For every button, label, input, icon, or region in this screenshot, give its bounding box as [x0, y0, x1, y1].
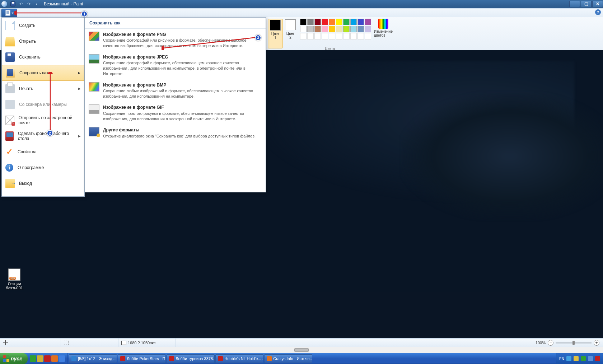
exit-icon [5, 179, 15, 188]
qat-save[interactable] [9, 1, 17, 7]
menu-exit[interactable]: Выход [2, 176, 84, 191]
taskbar-app-label: Hubble's NL Hold'e... ... [224, 356, 263, 361]
palette-color[interactable] [350, 26, 357, 32]
ql-icon[interactable] [59, 355, 65, 362]
menu-save[interactable]: Сохранить [2, 49, 84, 65]
menu-email[interactable]: Отправить по электронной почте [2, 112, 84, 128]
close-button[interactable]: ✕ [592, 1, 603, 7]
jpg-file-icon [8, 269, 20, 281]
palette-color[interactable] [365, 26, 371, 32]
cloud-shape [402, 93, 603, 219]
menu-item-label: Сделать фоном рабочего стола [18, 131, 74, 141]
annotation-badge-3: 3 [255, 34, 261, 41]
ql-icon[interactable] [51, 355, 58, 362]
menu-new[interactable]: Создать [2, 18, 84, 33]
palette-color[interactable] [307, 26, 314, 32]
desktop-file[interactable]: Лекции блять001 [5, 269, 24, 290]
palette-color[interactable] [322, 33, 328, 39]
palette-color[interactable] [314, 19, 321, 25]
tray-icon[interactable] [588, 356, 593, 361]
ql-icon[interactable] [30, 355, 36, 362]
menu-open[interactable]: Открыть [2, 33, 84, 49]
palette-color[interactable] [357, 33, 364, 39]
palette-color[interactable] [307, 33, 314, 39]
minimize-button[interactable]: ─ [569, 1, 580, 7]
palette-color[interactable] [350, 33, 357, 39]
color1-button[interactable]: Цвет 1 [268, 19, 283, 48]
saveas-gif[interactable]: Изображение в формате GIFСохранение прос… [85, 102, 266, 124]
tray-icon[interactable] [566, 356, 571, 361]
maximize-button[interactable]: ▢ [581, 1, 592, 7]
format-desc: Сохранение любых изображений в формате, … [103, 88, 262, 99]
menu-item-label: Свойства [18, 149, 37, 154]
saveas-bmp[interactable]: Изображение в формате BMPСохранение любы… [85, 79, 266, 102]
menu-scan[interactable]: Со сканера или камеры [2, 97, 84, 112]
qat-redo[interactable]: ↷ [25, 1, 32, 7]
ql-icon[interactable] [44, 355, 51, 362]
help-button[interactable]: ? [595, 9, 601, 15]
language-indicator[interactable]: EN [559, 357, 564, 361]
zoom-slider[interactable] [556, 342, 592, 344]
format-title: Другие форматы [103, 127, 256, 133]
palette-color[interactable] [300, 26, 307, 32]
qat-customize[interactable]: ▾ [33, 1, 40, 7]
palette-color[interactable] [357, 26, 364, 32]
taskbar-app-button[interactable]: Hubble's NL Hold'e... ... [215, 354, 263, 363]
palette-color[interactable] [365, 19, 371, 25]
palette-color[interactable] [322, 19, 328, 25]
horizontal-scrollbar[interactable] [0, 347, 603, 353]
submenu-arrow-icon: ▶ [78, 87, 81, 90]
format-desc: Сохранение простого рисунок в формате, о… [103, 111, 262, 122]
palette-color[interactable] [357, 19, 364, 25]
menu-wall[interactable]: Сделать фоном рабочего стола▶ [2, 128, 84, 144]
tray-icon[interactable] [581, 356, 586, 361]
file-menu-button[interactable] [1, 9, 17, 17]
colors-group: Цвет 1 Цвет 2 Изменение цветов Цвета [266, 17, 394, 50]
print-icon [5, 84, 15, 93]
menu-about[interactable]: iО программе [2, 160, 84, 176]
palette-color[interactable] [300, 33, 307, 39]
palette-color[interactable] [300, 19, 307, 25]
palette-color[interactable] [314, 26, 321, 32]
caret-down-icon [11, 13, 14, 14]
saveas-png[interactable]: Изображение в формате PNGСохранение фото… [85, 29, 266, 51]
menu-print[interactable]: Печать▶ [2, 81, 84, 97]
palette-color[interactable] [365, 33, 371, 39]
desktop-file-label: Лекции блять001 [6, 281, 23, 290]
zoom-in-button[interactable]: + [594, 340, 599, 346]
menu-props[interactable]: Свойства [2, 144, 84, 160]
palette-color[interactable] [343, 33, 350, 39]
taskbar-app-button[interactable]: [5/5] 1x12 - Эпизод ... [69, 354, 117, 363]
palette-color[interactable] [329, 26, 335, 32]
tray-icon[interactable] [595, 356, 600, 361]
save-icon [10, 1, 15, 6]
palette-color[interactable] [307, 19, 314, 25]
start-button[interactable]: пуск [0, 353, 28, 364]
ql-icon[interactable] [37, 355, 43, 362]
palette-color[interactable] [343, 19, 350, 25]
saveas-icon [6, 68, 15, 78]
edit-colors-button[interactable]: Изменение цветов [375, 19, 392, 48]
palette-color[interactable] [350, 19, 357, 25]
palette-color[interactable] [329, 19, 335, 25]
taskbar-app-label: [5/5] 1x12 - Эпизод ... [78, 356, 117, 361]
palette-color[interactable] [322, 26, 328, 32]
menu-saveas[interactable]: Сохранить как▶ [2, 65, 84, 81]
qat-undo[interactable]: ↶ [17, 1, 24, 7]
scroll-thumb[interactable] [294, 348, 309, 352]
color2-button[interactable]: Цвет 2 [283, 19, 298, 48]
palette-color[interactable] [329, 33, 335, 39]
saveas-jpeg[interactable]: Изображение в формате JPEGСохранение фот… [85, 51, 266, 79]
palette-color[interactable] [336, 19, 342, 25]
saveas-other[interactable]: Другие форматыОткрытие диалогового окна … [85, 124, 266, 141]
task-buttons: [5/5] 1x12 - Эпизод ...Лобби PokerStars … [67, 353, 556, 364]
palette-color[interactable] [336, 33, 342, 39]
palette-color[interactable] [314, 33, 321, 39]
palette-color[interactable] [336, 26, 342, 32]
tray-icon[interactable] [574, 356, 579, 361]
taskbar-app-button[interactable]: Лобби турнира 3378... [167, 354, 215, 363]
zoom-out-button[interactable]: − [548, 340, 553, 346]
palette-color[interactable] [343, 26, 350, 32]
taskbar-app-button[interactable]: Crazys.Info - Источн... [264, 354, 312, 363]
taskbar-app-button[interactable]: Лобби PokerStars - П... [118, 354, 166, 363]
